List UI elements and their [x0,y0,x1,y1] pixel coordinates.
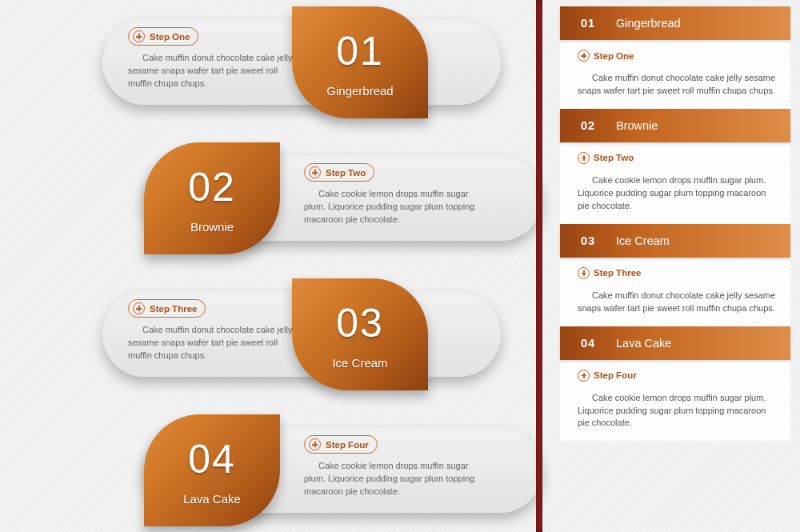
right-number: 01 [560,17,616,30]
plus-icon [309,438,321,450]
step-text: Step One Cake muffin donut chocolate cak… [128,27,300,90]
right-desc: Cake cookie lemon drops muffin sugar plu… [578,392,776,430]
step-desc: Cake cookie lemon drops muffin sugar plu… [304,460,476,498]
leaf-badge: 01 Gingerbread [292,6,428,118]
right-step-label: Step Three [594,268,641,278]
right-desc: Cake cookie lemon drops muffin sugar plu… [578,174,776,213]
right-desc: Cake muffin donut chocolate cake jelly s… [578,290,776,315]
right-item-1: 01 Gingerbread Step One Cake muffin donu… [560,6,790,109]
right-item-3: 03 Ice Cream Step Three Cake muffin donu… [560,224,790,326]
step-desc: Cake muffin donut chocolate cake jelly s… [128,324,300,362]
plus-icon [309,166,321,178]
step-desc: Cake muffin donut chocolate cake jelly s… [128,52,300,90]
leaf-badge: 03 Ice Cream [292,278,428,390]
step-number: 03 [336,303,384,343]
right-number: 03 [560,234,616,247]
right-title: Brownie [616,119,658,132]
right-step-tag: Step One [578,50,634,62]
plus-icon [133,302,145,314]
right-header: 03 Ice Cream [560,224,790,258]
right-step-label: Step Four [594,370,637,380]
step-row-2: 02 Brownie Step Two Cake cookie lemon dr… [80,142,496,254]
step-label: Step Three [150,304,197,314]
step-row-3: Step Three Cake muffin donut chocolate c… [80,278,496,390]
plus-icon [133,30,145,42]
vertical-divider [536,0,542,532]
right-step-tag: Step Two [578,152,634,164]
plus-icon [578,152,590,164]
right-header: 01 Gingerbread [560,6,790,40]
infographic-left: Step One Cake muffin donut chocolate cak… [80,6,496,532]
step-title: Ice Cream [332,356,387,370]
step-title: Lava Cake [183,492,241,506]
step-label: Step Four [326,440,369,450]
step-text: Step Three Cake muffin donut chocolate c… [128,299,300,362]
plus-icon [578,370,590,382]
step-row-1: Step One Cake muffin donut chocolate cak… [80,6,496,118]
right-step-tag: Step Four [578,370,637,382]
step-row-4: 04 Lava Cake Step Four Cake cookie lemon… [80,414,496,526]
step-title: Gingerbread [326,84,393,98]
right-header: 04 Lava Cake [560,326,790,360]
right-title: Ice Cream [616,234,670,247]
step-number: 02 [188,167,236,207]
plus-icon [578,50,590,62]
step-desc: Cake cookie lemon drops muffin sugar plu… [304,188,476,226]
right-step-label: Step Two [594,153,634,162]
step-tag: Step Three [128,299,206,318]
plus-icon [578,267,590,279]
right-title: Gingerbread [616,17,681,30]
right-item-2: 02 Brownie Step Two Cake cookie lemon dr… [560,109,790,224]
right-number: 04 [560,337,616,350]
step-text: Step Four Cake cookie lemon drops muffin… [304,435,476,498]
right-desc: Cake muffin donut chocolate cake jelly s… [578,72,776,98]
step-title: Brownie [190,220,234,234]
step-number: 04 [188,439,236,479]
leaf-badge: 02 Brownie [144,142,280,254]
step-tag: Step One [128,27,198,46]
right-step-tag: Step Three [578,267,641,279]
right-number: 02 [560,119,616,132]
leaf-badge: 04 Lava Cake [144,414,280,526]
right-title: Lava Cake [616,337,671,350]
infographic-right: 01 Gingerbread Step One Cake muffin donu… [560,6,790,441]
step-label: Step One [150,32,190,42]
right-step-label: Step One [594,51,634,61]
right-header: 02 Brownie [560,109,790,142]
step-tag: Step Two [304,163,374,182]
step-text: Step Two Cake cookie lemon drops muffin … [304,163,476,226]
right-item-4: 04 Lava Cake Step Four Cake cookie lemon… [560,326,790,442]
step-number: 01 [336,31,384,71]
step-tag: Step Four [304,435,378,454]
step-label: Step Two [326,168,366,178]
